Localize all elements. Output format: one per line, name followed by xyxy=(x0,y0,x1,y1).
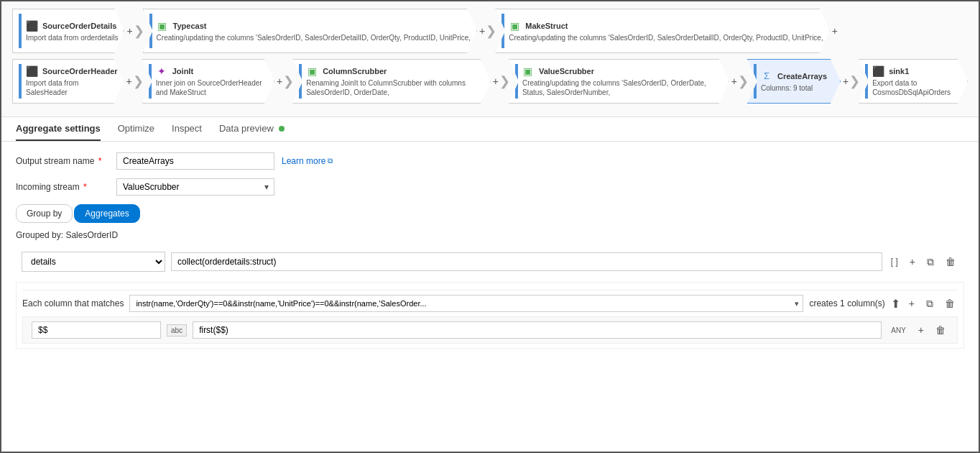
aggregate-column-select[interactable]: details xyxy=(22,252,165,272)
node-left-bar xyxy=(501,14,504,48)
add-aggregate-button[interactable]: + xyxy=(907,255,918,269)
node-title-row: Σ CreateArrays xyxy=(761,70,834,82)
node-desc: Creating/updating the columns 'SalesOrde… xyxy=(157,33,471,42)
node-title-row: ▣ MakeStruct xyxy=(509,20,823,32)
create-arrays-icon: Σ xyxy=(761,70,772,82)
sub-type-badge: abc xyxy=(167,324,187,337)
incoming-stream-label: Incoming stream * xyxy=(16,182,109,192)
data-preview-dot xyxy=(279,126,285,132)
node-left-bar xyxy=(149,64,152,99)
pattern-label: Each column that matches xyxy=(22,298,124,308)
node-title-row: ▣ ValueScrubber xyxy=(522,65,723,77)
node-source-order-details[interactable]: ⬛ SourceOrderDetails Import data from or… xyxy=(12,9,124,53)
arrow-6: ❯ xyxy=(738,73,749,89)
pattern-expr-input[interactable] xyxy=(129,295,803,312)
settings-panel: Output stream name * Learn more ⧉ Incomi… xyxy=(1,142,979,452)
node-title-row: ⬛ sink1 xyxy=(872,65,961,77)
aggregates-button[interactable]: Aggregates xyxy=(74,204,139,223)
node-source-order-details-wrapper: ⬛ SourceOrderDetails Import data from or… xyxy=(12,9,135,53)
group-by-button[interactable]: Group by xyxy=(16,204,73,223)
dropdown-arrow-icon: ▾ xyxy=(795,299,799,308)
delete-aggregate-button[interactable]: 🗑 xyxy=(943,255,958,269)
node-title: JoinIt xyxy=(172,67,193,76)
node-join-it-wrapper: ❯ ✦ JoinIt Inner join on SourceOrderHead… xyxy=(134,59,285,104)
arrow-5: ❯ xyxy=(499,73,510,89)
node-title-row: ⬛ SourceOrderHeader xyxy=(26,65,118,77)
required-star-2: * xyxy=(81,182,87,192)
collapse-button[interactable]: ⬆ xyxy=(891,297,900,311)
sub-input-field[interactable] xyxy=(32,321,161,339)
node-column-scrubber[interactable]: ▣ ColumnScrubber Renaming JoinIt to Colu… xyxy=(292,59,491,104)
plus-btn-3[interactable]: + xyxy=(830,25,840,37)
arrow-7: ❯ xyxy=(849,73,860,89)
tabs-area: Aggregate settings Optimize Inspect Data… xyxy=(1,117,979,142)
add-sub-button[interactable]: + xyxy=(915,323,927,337)
node-value-scrubber[interactable]: ▣ ValueScrubber Creating/updating the co… xyxy=(509,59,729,104)
node-title: MakeStruct xyxy=(525,22,568,30)
learn-more-link[interactable]: Learn more ⧉ xyxy=(282,156,333,166)
value-scrubber-icon: ▣ xyxy=(522,65,534,77)
node-title-row: ⬛ SourceOrderDetails xyxy=(26,20,118,32)
delete-pattern-button[interactable]: 🗑 xyxy=(942,296,958,311)
node-sink1-wrapper: ❯ ⬛ sink1 Export data to CosmosDbSqlApiO… xyxy=(851,59,968,104)
column-scrubber-icon: ▣ xyxy=(306,65,318,77)
arrow-2: ❯ xyxy=(486,23,496,39)
node-content: ⬛ SourceOrderDetails Import data from or… xyxy=(26,20,118,42)
node-content: ▣ ValueScrubber Creating/updating the co… xyxy=(522,65,723,97)
delete-sub-button[interactable]: 🗑 xyxy=(933,323,948,337)
node-title: CreateArrays xyxy=(777,72,827,81)
node-title: Typecast xyxy=(173,22,207,30)
node-title: SourceOrderHeader xyxy=(42,67,118,76)
node-sink1[interactable]: ⬛ sink1 Export data to CosmosDbSqlApiOrd… xyxy=(859,59,968,104)
node-left-bar xyxy=(19,64,22,99)
node-create-arrays-wrapper: ❯ Σ CreateArrays Columns: 9 total + xyxy=(739,59,851,104)
incoming-stream-select[interactable]: ValueScrubber xyxy=(116,178,274,196)
node-title-row: ▣ Typecast xyxy=(157,20,471,32)
copy-aggregate-button[interactable]: ⧉ xyxy=(924,255,937,270)
node-left-bar xyxy=(299,64,302,99)
node-content: ⬛ SourceOrderHeader Import data from Sal… xyxy=(26,65,118,97)
node-desc: Creating/updating the columns 'SalesOrde… xyxy=(509,33,823,42)
sub-row: abc ANY + 🗑 xyxy=(22,316,958,344)
arrow-1: ❯ xyxy=(134,23,144,39)
node-title: sink1 xyxy=(889,67,909,76)
copy-pattern-button[interactable]: ⧉ xyxy=(923,296,936,311)
tab-aggregate-settings[interactable]: Aggregate settings xyxy=(16,117,101,141)
node-desc: Columns: 9 total xyxy=(761,83,834,93)
node-column-scrubber-wrapper: ❯ ▣ ColumnScrubber Renaming JoinIt to Co… xyxy=(285,59,501,104)
tab-optimize[interactable]: Optimize xyxy=(118,117,154,141)
node-join-it[interactable]: ✦ JoinIt Inner join on SourceOrderHeader… xyxy=(142,59,274,104)
main-container: ⬛ SourceOrderDetails Import data from or… xyxy=(0,0,980,453)
node-title: ValueScrubber xyxy=(539,67,594,76)
canvas-area: ⬛ SourceOrderDetails Import data from or… xyxy=(1,1,979,117)
output-stream-input[interactable] xyxy=(116,152,274,170)
arrow-4: ❯ xyxy=(283,73,294,89)
aggregate-row: details [ ] + ⧉ 🗑 xyxy=(16,247,964,276)
node-typecast-wrapper: ❯ ▣ Typecast Creating/updating the colum… xyxy=(135,9,488,53)
typecast-icon: ▣ xyxy=(157,20,168,32)
aggregate-expr-input[interactable] xyxy=(171,252,882,271)
incoming-stream-select-wrapper: ValueScrubber ▾ xyxy=(116,178,274,196)
join-it-icon: ✦ xyxy=(156,65,167,77)
node-source-order-header[interactable]: ⬛ SourceOrderHeader Import data from Sal… xyxy=(12,59,124,104)
node-left-bar xyxy=(754,64,757,99)
tab-data-preview[interactable]: Data preview xyxy=(219,117,285,141)
toggle-group: Group by Aggregates xyxy=(16,204,964,223)
pattern-row: Each column that matches ▾ creates 1 col… xyxy=(22,290,958,316)
node-make-struct-wrapper: ❯ ▣ MakeStruct Creating/updating the col… xyxy=(487,9,840,53)
node-make-struct[interactable]: ▣ MakeStruct Creating/updating the colum… xyxy=(495,9,829,53)
pattern-section: Each column that matches ▾ creates 1 col… xyxy=(16,282,964,349)
make-struct-icon: ▣ xyxy=(509,20,520,32)
node-create-arrays[interactable]: Σ CreateArrays Columns: 9 total xyxy=(747,59,841,104)
sub-expr-input[interactable] xyxy=(193,321,882,339)
tab-inspect[interactable]: Inspect xyxy=(172,117,202,141)
add-pattern-button[interactable]: + xyxy=(906,296,917,311)
required-star: * xyxy=(96,156,101,166)
node-desc: Renaming JoinIt to ColumnScrubber with c… xyxy=(306,78,484,97)
node-desc: Inner join on SourceOrderHeader and Make… xyxy=(156,78,268,97)
creates-label: creates 1 column(s) xyxy=(809,298,884,308)
node-desc: Export data to CosmosDbSqlApiOrders xyxy=(872,78,961,97)
node-typecast[interactable]: ▣ Typecast Creating/updating the columns… xyxy=(143,9,477,53)
node-desc: Import data from orderdetails xyxy=(26,33,118,42)
node-desc: Import data from SalesHeader xyxy=(26,78,118,97)
